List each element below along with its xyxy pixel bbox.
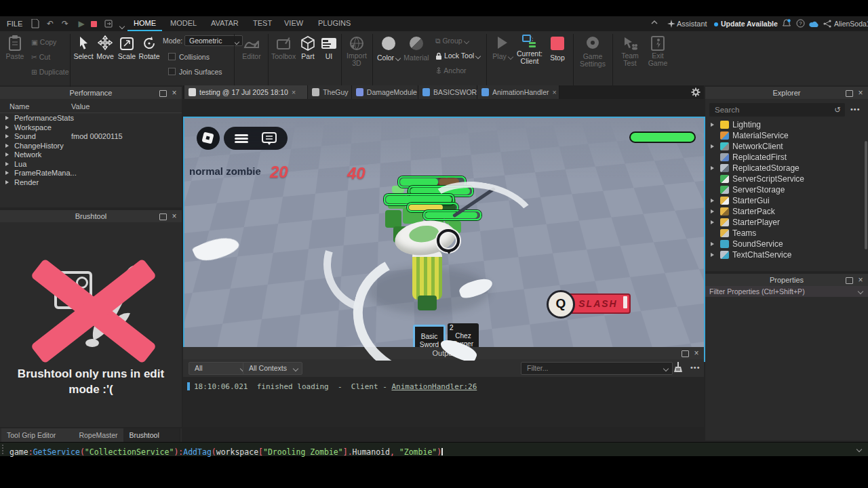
explorer-item-starterplayer[interactable]: StarterPlayer bbox=[705, 217, 863, 228]
collisions-checkbox[interactable]: Collisions bbox=[168, 53, 210, 61]
chat-icon[interactable] bbox=[262, 132, 277, 146]
move-tool-button[interactable]: Move bbox=[95, 35, 115, 60]
performance-row[interactable]: Network bbox=[0, 150, 182, 160]
file-menu[interactable]: FILE bbox=[7, 16, 22, 31]
output-popout-icon[interactable] bbox=[682, 350, 689, 357]
performance-popout-icon[interactable] bbox=[159, 90, 167, 97]
performance-row[interactable]: PerformanceStats bbox=[0, 114, 182, 123]
doc-tab[interactable]: BASICSWORD× bbox=[418, 85, 477, 99]
brushtool-close-icon[interactable]: × bbox=[170, 212, 178, 220]
expand-arrow-icon[interactable] bbox=[711, 220, 714, 224]
explorer-search-input[interactable]: Search ↺ bbox=[709, 103, 845, 117]
collapse-ribbon-icon[interactable] bbox=[651, 20, 662, 30]
output-filter-input[interactable]: Filter... bbox=[521, 362, 673, 375]
copy-button[interactable]: ▣ Copy bbox=[31, 37, 56, 47]
new-file-icon[interactable] bbox=[30, 18, 41, 29]
redo-icon[interactable]: ↷ bbox=[60, 18, 71, 29]
expand-arrow-icon[interactable] bbox=[711, 242, 714, 246]
help-icon[interactable]: ? bbox=[795, 18, 806, 29]
duplicate-button[interactable]: ⊞ Duplicate bbox=[31, 66, 69, 77]
ribbon-tab-view[interactable]: VIEW bbox=[278, 16, 309, 30]
command-bar-handle[interactable] bbox=[2, 445, 5, 454]
performance-row[interactable]: Lua bbox=[0, 160, 182, 169]
command-bar[interactable]: game:GetService("CollectionService"):Add… bbox=[0, 442, 868, 456]
anchor-button[interactable]: Anchor bbox=[435, 65, 467, 76]
play-button[interactable]: Play bbox=[491, 35, 514, 60]
output-more-icon[interactable]: ••• bbox=[690, 363, 701, 371]
resume-icon[interactable] bbox=[103, 18, 114, 29]
terrain-editor-button[interactable]: Editor bbox=[239, 35, 264, 60]
properties-close-icon[interactable]: × bbox=[856, 276, 865, 284]
import-3d-button[interactable]: Import 3D bbox=[344, 35, 369, 67]
clear-output-broom-icon[interactable] bbox=[673, 361, 684, 373]
exit-game-button[interactable]: Exit Game bbox=[646, 35, 670, 67]
ribbon-tab-home[interactable]: HOME bbox=[127, 16, 162, 31]
explorer-item-materialservice[interactable]: MaterialService bbox=[705, 130, 863, 141]
explorer-item-serverstorage[interactable]: ServerStorage bbox=[705, 184, 863, 195]
expand-arrow-icon[interactable] bbox=[5, 162, 9, 166]
expand-arrow-icon[interactable] bbox=[5, 144, 9, 148]
expand-arrow-icon[interactable] bbox=[5, 134, 9, 138]
group-button[interactable]: ⧉ Group bbox=[435, 35, 469, 46]
assistant-button[interactable]: Assistant bbox=[677, 16, 707, 31]
log-entry[interactable]: 18:10:06.021 finished loading - Client -… bbox=[194, 382, 477, 391]
search-history-icon[interactable]: ↺ bbox=[834, 103, 841, 117]
lock-tool-button[interactable]: Lock Tool bbox=[435, 50, 480, 61]
expand-arrow-icon[interactable] bbox=[711, 209, 714, 214]
performance-row[interactable]: FrameRateMana... bbox=[0, 169, 182, 178]
log-source-link[interactable]: AnimationHandler:26 bbox=[391, 382, 477, 391]
ui-button[interactable]: UI bbox=[320, 35, 338, 60]
explorer-item-replicatedfirst[interactable]: ReplicatedFirst bbox=[705, 152, 863, 163]
team-test-button[interactable]: Team Test bbox=[617, 35, 643, 67]
doc-tab[interactable]: DamageModule× bbox=[352, 85, 418, 99]
explorer-more-icon[interactable]: ••• bbox=[850, 105, 861, 113]
explorer-popout-icon[interactable] bbox=[846, 90, 853, 97]
toolbox-button[interactable]: Toolbox bbox=[271, 35, 296, 60]
performance-row[interactable]: ChangeHistory bbox=[0, 142, 182, 151]
user-account-button[interactable]: AlienSoda1 bbox=[834, 16, 868, 31]
expand-arrow-icon[interactable] bbox=[5, 180, 9, 184]
performance-row[interactable]: Soundfmod 00020115 bbox=[0, 132, 182, 142]
doc-tab[interactable]: TheGuy× bbox=[308, 85, 352, 99]
dock-tab-brushtool[interactable]: Brushtool bbox=[123, 428, 180, 442]
game-viewport[interactable]: normal zombie 20 40 20 bbox=[183, 117, 705, 362]
roblox-menu-button[interactable] bbox=[197, 127, 220, 150]
rotate-tool-button[interactable]: Rotate bbox=[138, 35, 160, 60]
performance-close-icon[interactable]: × bbox=[170, 89, 178, 97]
scale-tool-button[interactable]: Scale bbox=[117, 35, 137, 60]
performance-row[interactable]: Workspace bbox=[0, 123, 182, 133]
expand-arrow-icon[interactable] bbox=[5, 116, 9, 120]
explorer-item-networkclient[interactable]: NetworkClient bbox=[705, 141, 863, 152]
paste-button[interactable]: Paste bbox=[4, 35, 26, 60]
explorer-item-lighting[interactable]: Lighting bbox=[705, 119, 863, 130]
explorer-scrollbar[interactable] bbox=[865, 141, 867, 249]
stop-button[interactable]: Stop bbox=[547, 35, 568, 62]
update-available-button[interactable]: Update Available bbox=[714, 16, 778, 31]
ribbon-tab-test[interactable]: TEST bbox=[247, 16, 278, 30]
properties-filter-input[interactable]: Filter Properties (Ctrl+Shift+P) bbox=[705, 286, 868, 297]
play-icon[interactable]: ▶ bbox=[76, 18, 87, 29]
cloud-sync-icon[interactable] bbox=[808, 18, 819, 29]
explorer-item-soundservice[interactable]: SoundService bbox=[705, 239, 863, 249]
explorer-item-starterpack[interactable]: StarterPack bbox=[705, 206, 863, 217]
ribbon-tab-model[interactable]: MODEL bbox=[164, 16, 203, 30]
material-button[interactable]: Material bbox=[403, 35, 430, 62]
expand-arrow-icon[interactable] bbox=[711, 253, 714, 257]
properties-popout-icon[interactable] bbox=[846, 277, 853, 284]
explorer-item-textchatservice[interactable]: TextChatService bbox=[705, 249, 863, 260]
performance-row[interactable]: Render bbox=[0, 178, 182, 188]
output-close-icon[interactable]: × bbox=[692, 349, 701, 357]
explorer-item-serverscriptservice[interactable]: ServerScriptService bbox=[705, 174, 863, 184]
expand-arrow-icon[interactable] bbox=[711, 166, 714, 170]
select-tool-button[interactable]: Select bbox=[73, 35, 94, 60]
messages-filter-dropdown[interactable]: All Messages bbox=[189, 362, 250, 375]
ribbon-tab-plugins[interactable]: PLUGINS bbox=[312, 16, 357, 30]
notifications-bell-icon[interactable] bbox=[781, 18, 792, 29]
share-icon[interactable] bbox=[822, 18, 833, 29]
dock-tab-tool-grip-editor[interactable]: Tool Grip Editor bbox=[1, 428, 83, 442]
explorer-item-teams[interactable]: Teams bbox=[705, 228, 863, 239]
game-settings-button[interactable]: Game Settings bbox=[578, 35, 608, 68]
doc-tab[interactable]: AnimationHandler× bbox=[477, 85, 559, 99]
collisions-checkbox-box[interactable] bbox=[168, 53, 176, 60]
part-button[interactable]: Part bbox=[298, 35, 317, 60]
